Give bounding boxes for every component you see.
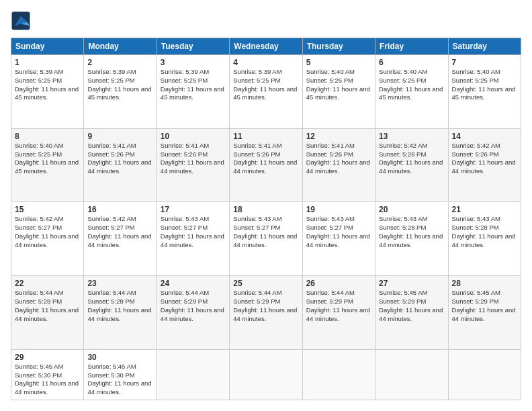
day-info: Sunrise: 5:39 AMSunset: 5:25 PMDaylight:… <box>161 68 226 102</box>
day-number: 13 <box>379 132 444 141</box>
day-number: 6 <box>379 58 444 67</box>
calendar-cell: 18Sunrise: 5:43 AMSunset: 5:27 PMDayligh… <box>230 202 302 276</box>
day-info: Sunrise: 5:41 AMSunset: 5:26 PMDaylight:… <box>161 142 226 176</box>
day-info: Sunrise: 5:42 AMSunset: 5:27 PMDaylight:… <box>15 215 80 249</box>
day-info: Sunrise: 5:43 AMSunset: 5:27 PMDaylight:… <box>161 215 226 249</box>
day-info: Sunrise: 5:45 AMSunset: 5:29 PMDaylight:… <box>379 289 444 323</box>
calendar-cell: 8Sunrise: 5:40 AMSunset: 5:25 PMDaylight… <box>11 128 84 202</box>
day-info: Sunrise: 5:40 AMSunset: 5:25 PMDaylight:… <box>15 142 80 176</box>
day-number: 14 <box>452 132 517 141</box>
calendar-cell: 24Sunrise: 5:44 AMSunset: 5:29 PMDayligh… <box>157 276 229 350</box>
day-number: 1 <box>15 58 80 67</box>
week-row-1: 1Sunrise: 5:39 AMSunset: 5:25 PMDaylight… <box>11 55 521 129</box>
day-number: 10 <box>161 132 226 141</box>
header-friday: Friday <box>375 38 448 55</box>
day-number: 25 <box>233 279 298 288</box>
day-number: 21 <box>452 205 517 214</box>
calendar-cell: 27Sunrise: 5:45 AMSunset: 5:29 PMDayligh… <box>375 276 448 350</box>
day-number: 2 <box>87 58 152 67</box>
day-number: 19 <box>306 205 371 214</box>
week-row-3: 15Sunrise: 5:42 AMSunset: 5:27 PMDayligh… <box>11 202 521 276</box>
calendar-cell <box>230 349 302 400</box>
day-info: Sunrise: 5:45 AMSunset: 5:30 PMDaylight:… <box>87 363 152 397</box>
calendar-cell: 9Sunrise: 5:41 AMSunset: 5:26 PMDaylight… <box>84 128 157 202</box>
calendar-cell: 22Sunrise: 5:44 AMSunset: 5:28 PMDayligh… <box>11 276 84 350</box>
calendar-cell: 15Sunrise: 5:42 AMSunset: 5:27 PMDayligh… <box>11 202 84 276</box>
day-info: Sunrise: 5:42 AMSunset: 5:26 PMDaylight:… <box>379 142 444 176</box>
day-number: 5 <box>306 58 371 67</box>
calendar-cell <box>375 349 448 400</box>
header-monday: Monday <box>84 38 157 55</box>
day-number: 11 <box>233 132 298 141</box>
day-info: Sunrise: 5:40 AMSunset: 5:25 PMDaylight:… <box>306 68 371 102</box>
header-saturday: Saturday <box>448 38 521 55</box>
day-info: Sunrise: 5:45 AMSunset: 5:30 PMDaylight:… <box>15 363 80 397</box>
day-info: Sunrise: 5:42 AMSunset: 5:27 PMDaylight:… <box>87 215 152 249</box>
day-info: Sunrise: 5:44 AMSunset: 5:29 PMDaylight:… <box>306 289 371 323</box>
day-info: Sunrise: 5:42 AMSunset: 5:26 PMDaylight:… <box>452 142 517 176</box>
day-number: 15 <box>15 205 80 214</box>
calendar-cell: 21Sunrise: 5:43 AMSunset: 5:28 PMDayligh… <box>448 202 521 276</box>
week-row-5: 29Sunrise: 5:45 AMSunset: 5:30 PMDayligh… <box>11 349 521 400</box>
header <box>11 11 521 31</box>
header-thursday: Thursday <box>302 38 375 55</box>
calendar-cell: 23Sunrise: 5:44 AMSunset: 5:28 PMDayligh… <box>84 276 157 350</box>
day-number: 7 <box>452 58 517 67</box>
calendar-cell: 16Sunrise: 5:42 AMSunset: 5:27 PMDayligh… <box>84 202 157 276</box>
day-info: Sunrise: 5:39 AMSunset: 5:25 PMDaylight:… <box>87 68 152 102</box>
calendar-cell: 20Sunrise: 5:43 AMSunset: 5:28 PMDayligh… <box>375 202 448 276</box>
calendar-cell <box>157 349 229 400</box>
day-number: 29 <box>15 353 80 362</box>
calendar-cell: 28Sunrise: 5:45 AMSunset: 5:29 PMDayligh… <box>448 276 521 350</box>
calendar-cell <box>302 349 375 400</box>
day-info: Sunrise: 5:40 AMSunset: 5:25 PMDaylight:… <box>379 68 444 102</box>
day-info: Sunrise: 5:41 AMSunset: 5:26 PMDaylight:… <box>87 142 152 176</box>
day-number: 16 <box>87 205 152 214</box>
day-number: 9 <box>87 132 152 141</box>
calendar-cell: 11Sunrise: 5:41 AMSunset: 5:26 PMDayligh… <box>230 128 302 202</box>
calendar-cell: 19Sunrise: 5:43 AMSunset: 5:27 PMDayligh… <box>302 202 375 276</box>
day-info: Sunrise: 5:41 AMSunset: 5:26 PMDaylight:… <box>233 142 298 176</box>
calendar-cell: 25Sunrise: 5:44 AMSunset: 5:29 PMDayligh… <box>230 276 302 350</box>
day-number: 3 <box>161 58 226 67</box>
day-info: Sunrise: 5:43 AMSunset: 5:28 PMDaylight:… <box>379 215 444 249</box>
calendar-header-row: SundayMondayTuesdayWednesdayThursdayFrid… <box>11 38 521 55</box>
day-number: 22 <box>15 279 80 288</box>
header-tuesday: Tuesday <box>157 38 229 55</box>
day-number: 28 <box>452 279 517 288</box>
day-info: Sunrise: 5:44 AMSunset: 5:28 PMDaylight:… <box>15 289 80 323</box>
calendar-cell: 30Sunrise: 5:45 AMSunset: 5:30 PMDayligh… <box>84 349 157 400</box>
day-info: Sunrise: 5:41 AMSunset: 5:26 PMDaylight:… <box>306 142 371 176</box>
logo <box>11 11 34 31</box>
calendar-cell: 2Sunrise: 5:39 AMSunset: 5:25 PMDaylight… <box>84 55 157 129</box>
day-info: Sunrise: 5:44 AMSunset: 5:29 PMDaylight:… <box>161 289 226 323</box>
day-number: 18 <box>233 205 298 214</box>
calendar-cell: 29Sunrise: 5:45 AMSunset: 5:30 PMDayligh… <box>11 349 84 400</box>
calendar-cell: 1Sunrise: 5:39 AMSunset: 5:25 PMDaylight… <box>11 55 84 129</box>
day-info: Sunrise: 5:44 AMSunset: 5:28 PMDaylight:… <box>87 289 152 323</box>
calendar-cell: 5Sunrise: 5:40 AMSunset: 5:25 PMDaylight… <box>302 55 375 129</box>
day-info: Sunrise: 5:40 AMSunset: 5:25 PMDaylight:… <box>452 68 517 102</box>
calendar-cell <box>448 349 521 400</box>
calendar-cell: 10Sunrise: 5:41 AMSunset: 5:26 PMDayligh… <box>157 128 229 202</box>
day-number: 23 <box>87 279 152 288</box>
calendar-cell: 7Sunrise: 5:40 AMSunset: 5:25 PMDaylight… <box>448 55 521 129</box>
calendar-cell: 17Sunrise: 5:43 AMSunset: 5:27 PMDayligh… <box>157 202 229 276</box>
day-info: Sunrise: 5:43 AMSunset: 5:27 PMDaylight:… <box>306 215 371 249</box>
day-number: 17 <box>161 205 226 214</box>
day-info: Sunrise: 5:45 AMSunset: 5:29 PMDaylight:… <box>452 289 517 323</box>
week-row-2: 8Sunrise: 5:40 AMSunset: 5:25 PMDaylight… <box>11 128 521 202</box>
calendar-cell: 26Sunrise: 5:44 AMSunset: 5:29 PMDayligh… <box>302 276 375 350</box>
day-number: 20 <box>379 205 444 214</box>
calendar-cell: 4Sunrise: 5:39 AMSunset: 5:25 PMDaylight… <box>230 55 302 129</box>
header-sunday: Sunday <box>11 38 84 55</box>
day-number: 4 <box>233 58 298 67</box>
day-number: 26 <box>306 279 371 288</box>
calendar-cell: 14Sunrise: 5:42 AMSunset: 5:26 PMDayligh… <box>448 128 521 202</box>
day-info: Sunrise: 5:44 AMSunset: 5:29 PMDaylight:… <box>233 289 298 323</box>
calendar-cell: 12Sunrise: 5:41 AMSunset: 5:26 PMDayligh… <box>302 128 375 202</box>
calendar-cell: 3Sunrise: 5:39 AMSunset: 5:25 PMDaylight… <box>157 55 229 129</box>
day-info: Sunrise: 5:39 AMSunset: 5:25 PMDaylight:… <box>233 68 298 102</box>
day-number: 12 <box>306 132 371 141</box>
calendar-cell: 6Sunrise: 5:40 AMSunset: 5:25 PMDaylight… <box>375 55 448 129</box>
